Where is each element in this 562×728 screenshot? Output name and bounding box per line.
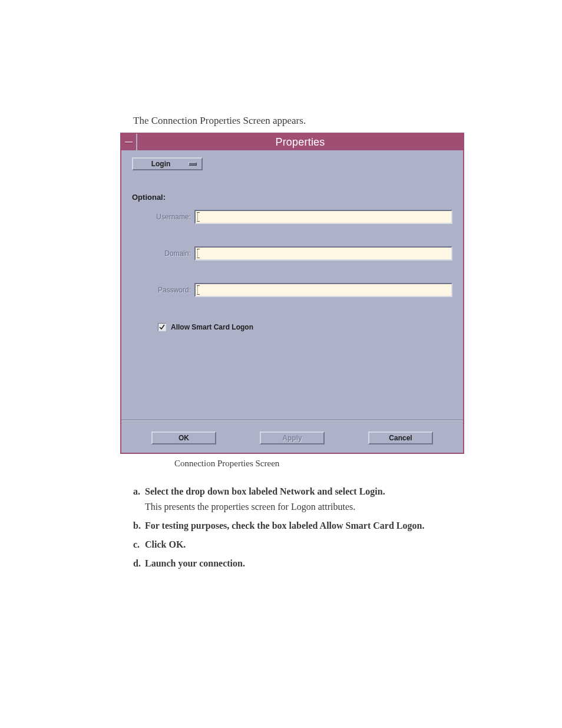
dialog-buttons: OK Apply Cancel — [132, 431, 452, 444]
username-input[interactable] — [194, 210, 452, 224]
button-separator — [121, 420, 463, 421]
apply-button[interactable]: Apply — [260, 431, 325, 444]
username-row: Username: — [132, 210, 452, 224]
step-letter: a. — [133, 486, 145, 497]
step-letter: c. — [133, 539, 145, 550]
password-input[interactable] — [194, 283, 452, 297]
text-caret-icon — [197, 249, 199, 258]
domain-label: Domain: — [132, 249, 194, 258]
intro-text: The Connection Properties Screen appears… — [133, 115, 562, 127]
step-c: c. Click OK. — [133, 539, 562, 550]
username-label: Username: — [132, 213, 194, 221]
allow-smartcard-checkbox[interactable] — [158, 323, 166, 331]
step-title: Launch your connection. — [145, 558, 245, 569]
step-title: For testing purposes, check the box labe… — [145, 521, 424, 531]
dialog-body: Login Optional: Username: Domain: Passwo… — [121, 150, 463, 453]
instruction-list: a. Select the drop down box labeled Netw… — [133, 486, 562, 569]
password-label: Password: — [132, 286, 194, 294]
domain-input[interactable] — [194, 246, 452, 261]
allow-smartcard-label: Allow Smart Card Logon — [171, 323, 253, 331]
password-row: Password: — [132, 283, 452, 297]
text-caret-icon — [197, 285, 199, 295]
cancel-button[interactable]: Cancel — [368, 431, 433, 444]
check-icon — [159, 324, 165, 330]
step-a: a. Select the drop down box labeled Netw… — [133, 486, 562, 512]
properties-dialog: Properties Login Optional: Username: Dom… — [120, 133, 464, 454]
step-d: d. Launch your connection. — [133, 558, 562, 569]
domain-row: Domain: — [132, 246, 452, 261]
ok-button[interactable]: OK — [151, 431, 216, 444]
step-letter: d. — [133, 558, 145, 569]
dialog-titlebar: Properties — [121, 134, 463, 150]
figure-caption: Connection Properties Screen — [174, 459, 562, 469]
optional-section-label: Optional: — [132, 193, 452, 202]
system-menu-icon — [125, 141, 133, 143]
step-letter: b. — [133, 521, 145, 531]
step-b: b. For testing purposes, check the box l… — [133, 521, 562, 531]
step-title: Select the drop down box labeled Network… — [145, 486, 385, 497]
system-menu-button[interactable] — [121, 134, 137, 150]
step-subtext: This presents the properties screen for … — [145, 502, 562, 512]
dropdown-label: Login — [133, 160, 189, 168]
text-caret-icon — [197, 212, 199, 222]
step-title: Click OK. — [145, 539, 186, 550]
smartcard-checkbox-row: Allow Smart Card Logon — [158, 323, 452, 331]
document-page: The Connection Properties Screen appears… — [0, 0, 562, 728]
dropdown-icon — [189, 162, 197, 166]
category-dropdown[interactable]: Login — [132, 157, 203, 170]
dialog-title: Properties — [137, 134, 463, 150]
